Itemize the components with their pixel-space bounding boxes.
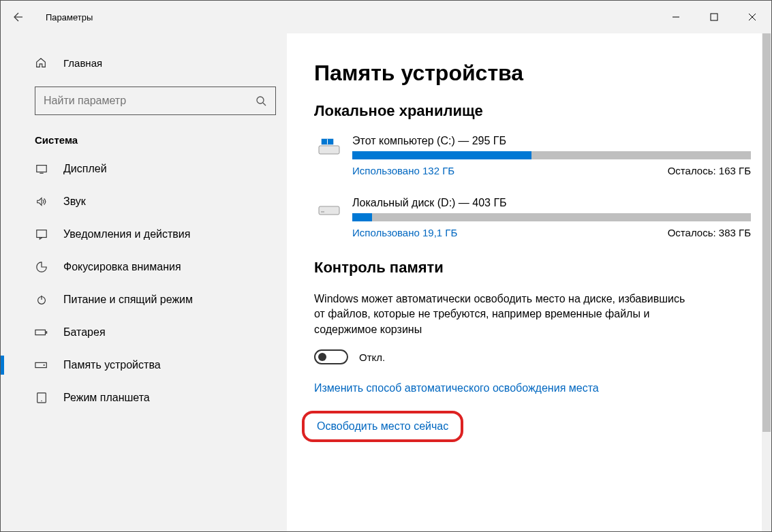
nav-label: Батарея: [63, 326, 106, 339]
display-icon: [35, 163, 48, 175]
svg-rect-1: [711, 14, 717, 20]
nav-item-sound[interactable]: Звук: [1, 185, 287, 218]
free-space-now-link[interactable]: Освободить место сейчас: [317, 420, 448, 433]
nav-item-battery[interactable]: Батарея: [1, 316, 287, 349]
nav-item-display[interactable]: Дисплей: [1, 153, 287, 185]
scrollbar[interactable]: [762, 33, 771, 531]
drive-c-name: Этот компьютер (C:) — 295 ГБ: [352, 135, 751, 147]
window-controls: [657, 1, 771, 33]
svg-rect-17: [319, 146, 339, 154]
drive-d-name: Локальный диск (D:) — 403 ГБ: [352, 197, 751, 209]
nav-label: Память устройства: [63, 359, 161, 371]
svg-point-4: [257, 97, 264, 104]
tablet-icon: [35, 392, 48, 404]
change-auto-free-link[interactable]: Изменить способ автоматического освобожд…: [314, 382, 751, 394]
svg-rect-6: [37, 166, 46, 172]
category-header: Система: [35, 134, 287, 146]
nav-label: Уведомления и действия: [63, 228, 190, 240]
nav-label: Звук: [63, 195, 86, 208]
toggle-label: Откл.: [359, 351, 385, 363]
home-button[interactable]: Главная: [1, 48, 287, 77]
svg-rect-11: [35, 330, 46, 334]
nav-item-notifications[interactable]: Уведомления и действия: [1, 218, 287, 251]
nav-item-focus[interactable]: Фокусировка внимания: [1, 251, 287, 283]
search-input[interactable]: [35, 95, 247, 107]
free-now-highlight: Освободить место сейчас: [302, 411, 463, 442]
back-button[interactable]: [1, 1, 33, 33]
svg-rect-13: [35, 362, 46, 367]
nav-item-power[interactable]: Питание и спящий режим: [1, 283, 287, 316]
svg-rect-19: [328, 139, 333, 144]
nav-label: Режим планшета: [63, 392, 150, 404]
svg-point-16: [41, 401, 42, 401]
search-icon: [247, 95, 275, 106]
page-title: Память устройства: [314, 61, 751, 86]
sound-icon: [35, 195, 48, 208]
drive-c-used: Использовано 132 ГБ: [352, 165, 454, 176]
drive-d-icon: [314, 197, 344, 238]
local-storage-header: Локальное хранилище: [314, 102, 751, 120]
sidebar: Главная Система Дисплей Звук Уведомления…: [1, 33, 287, 531]
drive-c-free: Осталось: 163 ГБ: [668, 165, 751, 176]
focus-icon: [35, 261, 48, 273]
main-content: Память устройства Локальное хранилище Эт…: [287, 33, 771, 531]
drive-d-used: Использовано 19,1 ГБ: [352, 227, 457, 238]
minimize-button[interactable]: [657, 1, 695, 33]
storage-sense-toggle[interactable]: [314, 349, 348, 364]
storage-sense-header: Контроль памяти: [314, 259, 751, 277]
storage-icon: [35, 359, 48, 371]
close-button[interactable]: [733, 1, 771, 33]
scrollbar-thumb[interactable]: [762, 33, 771, 432]
nav-label: Питание и спящий режим: [63, 294, 193, 306]
drive-c-icon: [314, 135, 344, 176]
svg-line-5: [263, 103, 266, 106]
home-icon: [35, 57, 48, 69]
notifications-icon: [35, 228, 48, 240]
svg-rect-8: [37, 230, 46, 238]
maximize-button[interactable]: [695, 1, 733, 33]
nav-item-tablet[interactable]: Режим планшета: [1, 381, 287, 414]
svg-rect-12: [46, 331, 47, 334]
nav-label: Дисплей: [63, 163, 107, 175]
home-label: Главная: [63, 57, 102, 69]
drive-c[interactable]: Этот компьютер (C:) — 295 ГБ Использован…: [314, 135, 751, 176]
battery-icon: [35, 326, 48, 339]
nav-label: Фокусировка внимания: [63, 261, 181, 273]
drive-d-bar: [352, 213, 751, 221]
svg-rect-21: [319, 206, 339, 215]
window-title: Параметры: [46, 12, 93, 22]
search-box[interactable]: [35, 87, 276, 115]
storage-sense-description: Windows может автоматически освободить м…: [314, 292, 696, 337]
drive-d[interactable]: Локальный диск (D:) — 403 ГБ Использован…: [314, 197, 751, 238]
titlebar: Параметры: [1, 1, 771, 33]
svg-rect-18: [322, 139, 327, 144]
drive-d-free: Осталось: 383 ГБ: [668, 227, 751, 238]
svg-point-14: [44, 364, 45, 366]
drive-c-bar: [352, 151, 751, 159]
nav-item-storage[interactable]: Память устройства: [1, 349, 287, 381]
power-icon: [35, 294, 48, 306]
